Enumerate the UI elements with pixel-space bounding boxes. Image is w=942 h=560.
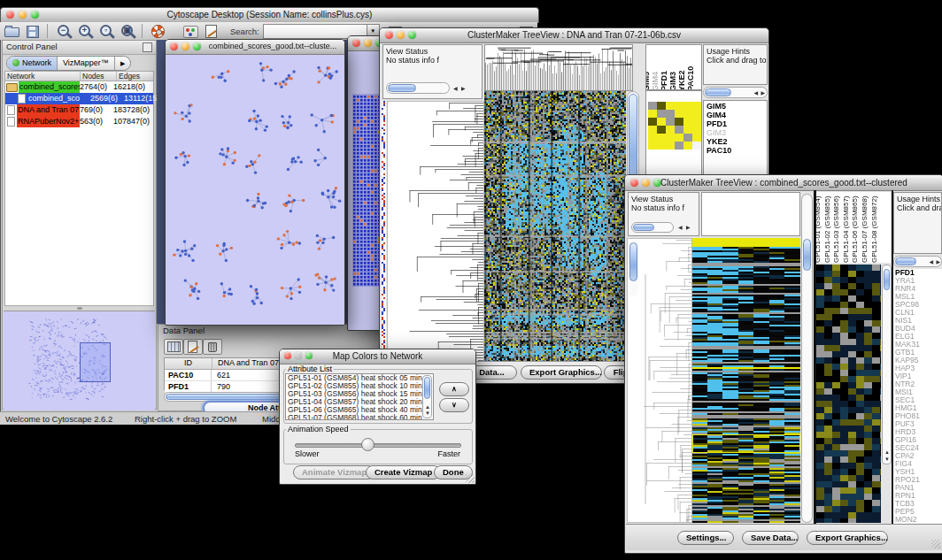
zoom-window-icon[interactable]	[193, 42, 201, 50]
minimize-icon[interactable]	[181, 42, 189, 50]
network1-titlebar[interactable]: combined_scores_good.txt--cluste...	[166, 40, 344, 55]
tv1-matrix-cell[interactable]	[657, 142, 666, 150]
zoom-out-button[interactable]: −	[56, 24, 73, 39]
scroll-left-icon[interactable]: ◀	[753, 90, 758, 96]
tab-overflow[interactable]: ▶	[115, 57, 130, 70]
panel-resize-grip[interactable]	[77, 307, 82, 310]
tv1-matrix-cell[interactable]	[666, 142, 675, 150]
tv1-matrix-cell[interactable]	[666, 102, 675, 110]
network-list-row[interactable]: RNAPuberNov2+563(0)107847(0)	[5, 116, 153, 127]
annotation-button[interactable]	[204, 24, 221, 39]
open-file-button[interactable]	[4, 24, 21, 39]
scroll-right-icon[interactable]: ▶	[936, 259, 940, 265]
minimize-icon[interactable]	[364, 39, 372, 47]
tv2-button-export-graphics---[interactable]: Export Graphics...	[807, 531, 888, 545]
tv1-matrix-cell[interactable]	[648, 110, 657, 118]
window-resize-grip[interactable]	[931, 540, 940, 548]
float-panel-icon[interactable]	[143, 42, 152, 52]
attribute-list-item[interactable]: GPL51-07 (GSM868) heat shock 60 min	[286, 414, 433, 420]
tv1-matrix-cell[interactable]	[675, 126, 683, 134]
tv1-matrix-cell[interactable]	[657, 110, 666, 118]
vizmapper-button[interactable]	[182, 24, 200, 39]
network-list-row[interactable]: combined_scores_2764(0)16218(0)	[5, 81, 153, 93]
network-list-row[interactable]: combined_sco2569(6)13112(15)	[5, 93, 153, 104]
tv1-matrix-cell[interactable]	[666, 126, 675, 134]
tv1-labels-hscrollbar[interactable]: ◀ ▶	[703, 87, 768, 98]
tv1-matrix-cell[interactable]	[692, 142, 701, 150]
tv1-matrix-cell[interactable]	[657, 134, 666, 142]
scroll-up-icon[interactable]: ▲	[884, 449, 890, 456]
save-session-button[interactable]	[25, 24, 42, 39]
tv1-matrix-cell[interactable]	[648, 142, 657, 150]
tv2-tree-vscrollbar[interactable]	[629, 240, 638, 296]
tv1-matrix-cell[interactable]	[692, 102, 701, 110]
tv2-global-heatmap[interactable]	[692, 238, 800, 523]
tv1-matrix-cell[interactable]	[666, 134, 675, 142]
tv2-button-settings---[interactable]: Settings...	[677, 531, 734, 545]
scroll-left-icon[interactable]: ◀	[453, 86, 458, 92]
scroll-left-icon[interactable]: ◀	[678, 225, 683, 231]
tv1-matrix-cell[interactable]	[666, 118, 675, 126]
tv1-matrix-cell[interactable]	[683, 134, 692, 142]
tab-network[interactable]: Network	[7, 57, 58, 70]
map-colors-dialog[interactable]: Map Colors to Network Attribute List GPL…	[279, 349, 476, 485]
tv1-matrix-cell[interactable]	[675, 102, 683, 110]
gene-label[interactable]: MON2	[895, 516, 920, 524]
create-vizmap-button[interactable]: Create Vizmap	[366, 465, 441, 479]
help-button[interactable]	[151, 24, 168, 39]
tv2-zoom-vscrollbar[interactable]: ▲ ▼	[882, 265, 892, 464]
zoom-in-button[interactable]: +	[77, 24, 95, 39]
scroll-up-icon[interactable]: ▲	[425, 404, 430, 410]
treeview1-titlebar[interactable]: ClusterMaker TreeView : DNA and Tran 07-…	[380, 28, 768, 43]
close-icon[interactable]	[352, 39, 360, 47]
attribute-listbox[interactable]: GPL51-01 (GSM854) heat shock 05 minGPL51…	[285, 373, 434, 420]
close-icon[interactable]	[170, 42, 178, 50]
speed-slider-track[interactable]	[295, 443, 461, 448]
dialog-resize-grip[interactable]	[466, 474, 475, 483]
tv1-matrix-cell[interactable]	[666, 110, 675, 118]
tv1-matrix-cell[interactable]	[692, 118, 701, 126]
tv1-heatmap[interactable]	[484, 91, 626, 361]
tv1-matrix-cell[interactable]	[648, 102, 657, 110]
tab-vizmapper[interactable]: VizMapper™	[58, 57, 115, 70]
network-list-row[interactable]: DNA and Tran 07769(0)183728(0)	[5, 104, 153, 116]
tv1-matrix-cell[interactable]	[683, 118, 692, 126]
zoom-selected-button[interactable]: ▫	[98, 24, 116, 39]
network-table-header[interactable]: Network Nodes Edges	[4, 71, 154, 81]
tv1-matrix-cell[interactable]	[675, 110, 683, 118]
tv1-row-dendrogram[interactable]	[387, 101, 484, 362]
attribute-list-vscrollbar[interactable]: ▲ ▼	[422, 375, 432, 418]
treeview2-titlebar[interactable]: ClusterMaker TreeView : combined_scores_…	[625, 175, 942, 191]
dialog-titlebar[interactable]: Map Colors to Network	[280, 349, 475, 364]
birdseye-view[interactable]	[4, 311, 155, 410]
move-down-button[interactable]: ∨	[439, 398, 469, 412]
network-view-window-1[interactable]: combined_scores_good.txt--cluste...	[165, 39, 345, 326]
speed-slider-thumb[interactable]	[361, 438, 374, 451]
tv1-matrix-cell[interactable]	[675, 142, 683, 150]
tv1-matrix-cell[interactable]	[683, 126, 692, 134]
tv2-zoom-heatmap[interactable]	[816, 265, 881, 523]
tv2-global-vscrollbar[interactable]	[801, 194, 813, 523]
scroll-right-icon[interactable]: ▶	[461, 86, 466, 92]
delete-attribute-button[interactable]	[203, 339, 222, 355]
tv1-matrix-cell[interactable]	[683, 142, 692, 150]
zoom-fit-button[interactable]: ▣	[120, 24, 137, 39]
tv1-matrix-cell[interactable]	[692, 126, 701, 134]
tv1-matrix-cell[interactable]	[657, 126, 666, 134]
tv1-matrix-cell[interactable]	[692, 110, 701, 118]
main-titlebar[interactable]: Cytoscape Desktop (Session Name: collins…	[0, 7, 539, 23]
tv1-matrix-cell[interactable]	[675, 118, 683, 126]
scroll-right-icon[interactable]: ▶	[761, 90, 765, 96]
tv1-matrix-cell[interactable]	[683, 102, 692, 110]
scroll-down-icon[interactable]: ▼	[425, 410, 430, 417]
tv1-matrix-cell[interactable]	[648, 126, 657, 134]
scroll-right-icon[interactable]: ▶	[686, 225, 691, 231]
animate-vizmap-button[interactable]: Animate Vizmap	[293, 465, 375, 479]
tv2-status-hscrollbar[interactable]	[631, 222, 674, 233]
tv1-matrix-cell[interactable]	[648, 118, 657, 126]
tv2-button-save-data---[interactable]: Save Data...	[742, 531, 799, 545]
scroll-left-icon[interactable]: ◀	[929, 259, 933, 265]
tv1-matrix-cell[interactable]	[692, 134, 701, 142]
tv1-column-dendrogram[interactable]	[484, 44, 633, 91]
new-attribute-button[interactable]	[183, 339, 203, 355]
